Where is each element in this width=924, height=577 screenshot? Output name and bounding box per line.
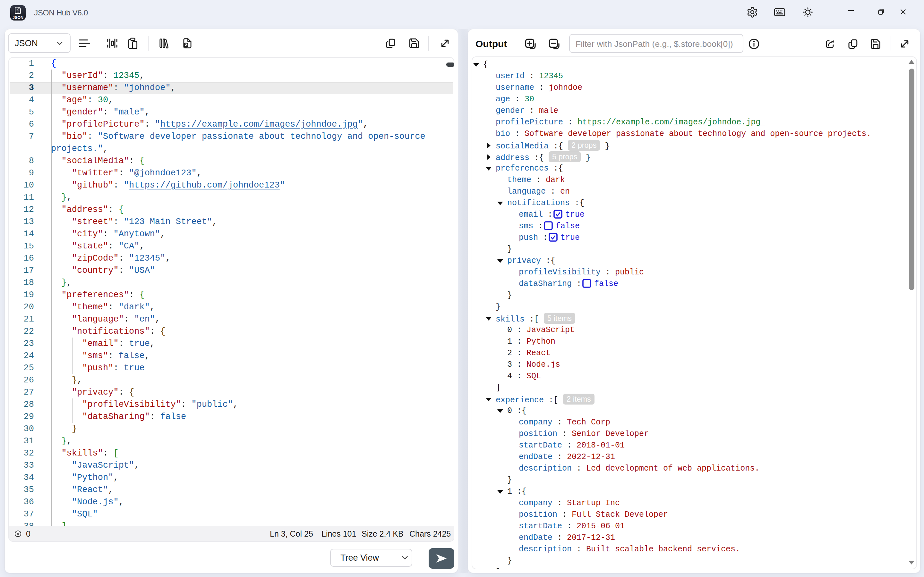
svg-text:JSON: JSON [13,15,23,20]
